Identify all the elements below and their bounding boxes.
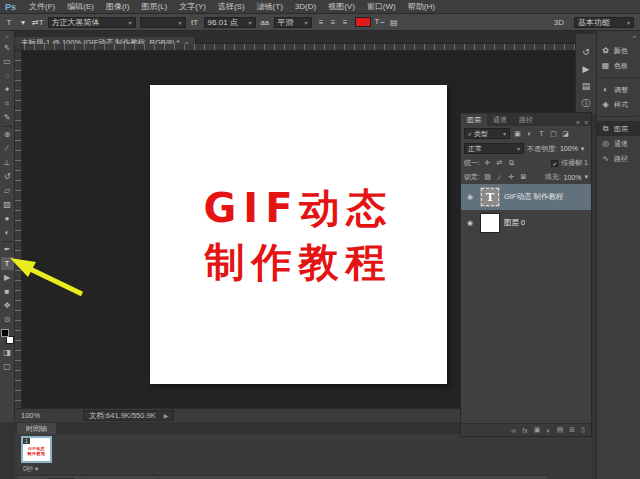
zoom-level-field[interactable]: 100% [21,411,55,420]
layer-style-icon[interactable]: fx [522,427,527,434]
layer-mask-icon[interactable]: ▣ [534,426,541,434]
info-panel-icon[interactable]: ⓘ [579,97,594,110]
marquee-tool[interactable]: ▭ [1,55,14,68]
filter-adjustment-layers-icon[interactable]: ◐ [525,130,534,137]
healing-brush-tool[interactable]: ⊕ [1,128,14,141]
text-orientation-icon[interactable]: ⇄T [32,18,44,27]
layer-name[interactable]: GIF动态 制作教程 [504,192,564,202]
zoom-tool[interactable]: ⊙ [1,313,14,326]
lock-all-icon[interactable]: ⊠ [519,173,528,181]
new-layer-icon[interactable]: ⊞ [569,426,575,434]
layer-name[interactable]: 图层 0 [504,218,525,228]
menu-select[interactable]: 选择(S) [212,1,251,12]
filter-smart-objects-icon[interactable]: ◪ [561,130,570,138]
anti-alias-select[interactable]: 平滑 ▾ [274,17,312,28]
visibility-eye-icon[interactable]: ◉ [464,193,476,201]
toggle-panels-icon[interactable]: ▤ [389,18,399,27]
actions-panel-icon[interactable]: ▶ [579,63,594,76]
clone-stamp-tool[interactable]: ⊥ [1,156,14,169]
eyedropper-tool[interactable]: ✎ [1,111,14,124]
status-expand-icon[interactable]: ▶ [164,412,169,419]
link-layers-icon[interactable]: ∞ [511,427,516,434]
font-size-select[interactable]: 96.01 点 ▾ [204,17,256,28]
filter-type-layers-icon[interactable]: T [537,130,546,137]
blur-tool[interactable]: ● [1,212,14,225]
menu-layer[interactable]: 图层(L) [135,1,173,12]
new-group-icon[interactable]: ▤ [557,426,564,434]
unify-position-icon[interactable]: ✛ [483,159,492,167]
menu-image[interactable]: 图像(I) [100,1,136,12]
lock-transparency-icon[interactable]: ▨ [483,173,492,181]
tab-paths[interactable]: 路径 [513,114,539,126]
filter-kind-select[interactable]: ⌕ 类型 ▾ [464,128,510,139]
hand-tool[interactable]: ❖ [1,299,14,312]
chevron-down-icon[interactable]: ▾ [584,173,588,181]
lock-position-icon[interactable]: ✛ [507,173,516,181]
font-style-select[interactable]: ▾ [140,17,186,28]
unify-style-icon[interactable]: ⧉ [507,159,516,167]
tool-preset-caret-icon[interactable]: ▾ [18,18,28,27]
menu-3d[interactable]: 3D(D) [289,2,322,11]
document-canvas[interactable]: GIF动态 制作教程 [150,85,447,384]
animation-frame-1[interactable]: 1 GIF动态 制作教程 [21,436,52,463]
background-color-chip[interactable] [6,336,14,344]
image-layer-thumbnail[interactable] [480,213,500,233]
filter-pixel-layers-icon[interactable]: ▣ [513,130,522,138]
lasso-tool[interactable]: ◌ [1,69,14,82]
text-layer-thumbnail[interactable]: T [480,187,500,207]
menu-filter[interactable]: 滤镜(T) [251,1,289,12]
gradient-tool[interactable]: ▧ [1,198,14,211]
dock-item-paths[interactable]: ∿ 路径 [597,151,640,166]
propagate-frame-checkbox[interactable]: ✓ [551,160,558,167]
dock-item-color[interactable]: ✿ 颜色 [597,43,640,58]
menu-type[interactable]: 文字(Y) [173,1,212,12]
unify-visibility-icon[interactable]: ⇄ [495,159,504,167]
frame-delay-select[interactable]: 0秒 ▾ [23,465,38,474]
quick-mask-button[interactable]: ◨ [1,346,14,359]
dock-item-layers[interactable]: ⧉ 图层 [597,121,640,136]
workspace-select[interactable]: 基本功能 ▾ [574,17,634,28]
dodge-tool[interactable]: ◐ [1,226,14,239]
history-brush-tool[interactable]: ↺ [1,170,14,183]
collapse-toolbar-icon[interactable]: » [5,32,8,41]
align-left-icon[interactable]: ≡ [316,17,327,28]
history-panel-icon[interactable]: ↺ [579,46,594,59]
foreground-background-colors[interactable] [1,329,14,344]
screen-mode-button[interactable]: ▢ [1,360,14,373]
dock-item-swatches[interactable]: ▦ 色板 [597,58,640,73]
move-tool[interactable]: ⇖ [1,41,14,54]
align-right-icon[interactable]: ≡ [340,17,351,28]
crop-tool[interactable]: ⌗ [1,97,14,110]
panel-menu-icon[interactable]: ≡ [584,119,588,126]
fill-value[interactable]: 100% [564,174,582,181]
menu-view[interactable]: 视图(V) [322,1,361,12]
dock-item-channels[interactable]: ◎ 通道 [597,136,640,151]
collapse-panel-icon[interactable]: « [576,119,580,126]
tab-channels[interactable]: 通道 [487,114,513,126]
eraser-tool[interactable]: ▱ [1,184,14,197]
properties-panel-icon[interactable]: ▤ [579,80,594,93]
align-center-icon[interactable]: ≡ [328,17,339,28]
collapse-dock-icon[interactable]: « [597,31,640,43]
layer-row-text[interactable]: ◉ T GIF动态 制作教程 [461,184,591,210]
visibility-eye-icon[interactable]: ◉ [464,219,476,227]
dock-item-adjustments[interactable]: ◐ 调整 [597,82,640,97]
delete-layer-icon[interactable]: ▯ [581,426,585,434]
text-color-swatch[interactable] [355,17,371,27]
adjustment-layer-icon[interactable]: ◐ [546,427,550,434]
warp-text-icon[interactable]: T⌣ [375,17,385,27]
dock-item-styles[interactable]: ◈ 样式 [597,97,640,112]
font-family-select[interactable]: 方正大黑简体 ▾ [48,17,136,28]
quick-selection-tool[interactable]: ✦ [1,83,14,96]
opacity-value[interactable]: 100% [560,145,578,152]
lock-pixels-icon[interactable]: ∕ [495,174,504,181]
brush-tool[interactable]: ∕ [1,142,14,155]
menu-edit[interactable]: 编辑(E) [61,1,100,12]
tab-layers[interactable]: 图层 [461,114,487,126]
layer-row-background[interactable]: ◉ 图层 0 [461,210,591,236]
menu-window[interactable]: 窗口(W) [361,1,402,12]
tab-timeline[interactable]: 时间轴 [17,423,56,434]
chevron-down-icon[interactable]: ▾ [581,145,585,153]
foreground-color-chip[interactable] [1,329,9,337]
menu-help[interactable]: 帮助(H) [402,1,441,12]
